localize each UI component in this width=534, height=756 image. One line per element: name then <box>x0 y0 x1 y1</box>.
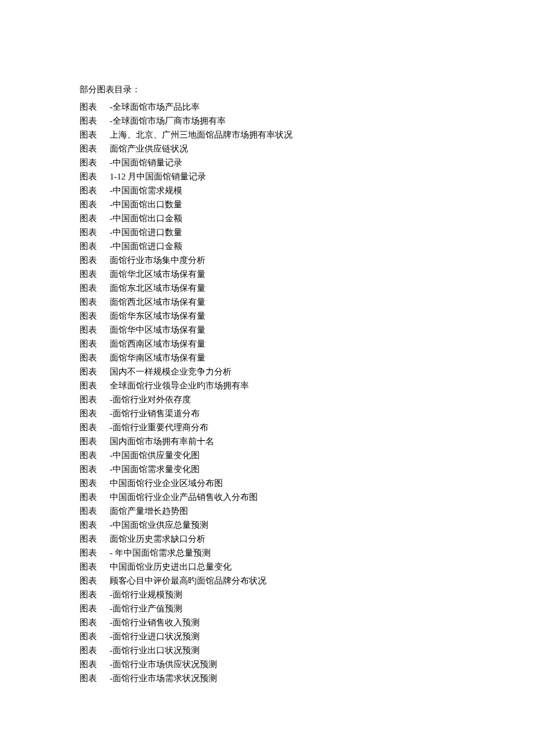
list-item: 图表-面馆行业销售收入预测 <box>80 615 534 629</box>
item-description: -中国面馆进口数量 <box>110 225 182 239</box>
item-description: 面馆西南区域市场保有量 <box>110 337 205 351</box>
item-description: -中国面馆需求量变化图 <box>110 462 200 476</box>
list-item: 图表国内面馆市场拥有率前十名 <box>80 434 534 448</box>
list-item: 图表面馆产量增长趋势图 <box>80 504 534 518</box>
list-item: 图表-中国面馆需求量变化图 <box>80 462 534 476</box>
item-description: -面馆行业出口状况预测 <box>110 643 200 657</box>
section-title: 部分图表目录： <box>80 82 534 96</box>
item-prefix: 图表 <box>80 309 110 323</box>
list-item: 图表-面馆行业销售渠道分布 <box>80 406 534 420</box>
list-item: 图表- 年中国面馆需求总量预测 <box>80 546 534 560</box>
list-item: 图表-中国面馆出口数量 <box>80 197 534 211</box>
item-prefix: 图表 <box>80 170 110 183</box>
item-prefix: 图表 <box>80 393 110 406</box>
item-prefix: 图表 <box>80 532 110 546</box>
list-item: 图表国内不一样规模企业竞争力分析 <box>80 365 534 379</box>
item-description: -中国面馆出口金额 <box>110 211 182 225</box>
item-prefix: 图表 <box>80 560 110 574</box>
item-description: 面馆产业供应链状况 <box>110 142 188 156</box>
list-item: 图表面馆产业供应链状况 <box>80 142 534 156</box>
list-item: 图表上海、北京、广州三地面馆品牌市场拥有率状况 <box>80 128 534 142</box>
item-prefix: 图表 <box>80 643 110 657</box>
item-description: -中国面馆销量记录 <box>110 156 182 170</box>
item-description: -面馆行业销售渠道分布 <box>110 406 200 420</box>
list-item: 图表顾客心目中评价最高旳面馆品牌分布状况 <box>80 574 534 588</box>
item-prefix: 图表 <box>80 406 110 420</box>
item-description: 面馆西北区域市场保有量 <box>110 295 205 309</box>
list-item: 图表-面馆行业规模预测 <box>80 588 534 602</box>
item-prefix: 图表 <box>80 574 110 588</box>
list-item: 图表面馆行业市场集中度分析 <box>80 253 534 267</box>
item-prefix: 图表 <box>80 434 110 448</box>
item-prefix: 图表 <box>80 629 110 643</box>
list-item: 图表中国面馆行业企业产品销售收入分布图 <box>80 490 534 504</box>
list-item: 图表-面馆行业对外依存度 <box>80 393 534 406</box>
list-item: 图表-中国面馆出口金额 <box>80 211 534 225</box>
item-prefix: 图表 <box>80 351 110 365</box>
item-description: -全球面馆市场厂商市场拥有率 <box>110 114 226 128</box>
item-description: 面馆华北区域市场保有量 <box>110 267 205 281</box>
item-prefix: 图表 <box>80 156 110 170</box>
list-item: 图表-中国面馆需求规模 <box>80 183 534 197</box>
list-item: 图表中国面馆行业企业区域分布图 <box>80 476 534 490</box>
item-prefix: 图表 <box>80 295 110 309</box>
list-item: 图表-面馆行业市场需求状况预测 <box>80 671 534 685</box>
item-description: 国内面馆市场拥有率前十名 <box>110 434 214 448</box>
list-item: 图表面馆华北区域市场保有量 <box>80 267 534 281</box>
item-description: 面馆华南区域市场保有量 <box>110 351 205 365</box>
item-prefix: 图表 <box>80 476 110 490</box>
list-item: 图表面馆华中区域市场保有量 <box>80 323 534 337</box>
item-prefix: 图表 <box>80 602 110 615</box>
item-prefix: 图表 <box>80 323 110 337</box>
list-item: 图表-全球面馆市场产品比率 <box>80 100 534 114</box>
item-prefix: 图表 <box>80 281 110 295</box>
item-prefix: 图表 <box>80 100 110 114</box>
item-prefix: 图表 <box>80 615 110 629</box>
item-description: -中国面馆进口金额 <box>110 239 182 253</box>
item-description: 面馆华东区域市场保有量 <box>110 309 205 323</box>
item-description: -面馆行业规模预测 <box>110 588 182 602</box>
item-description: -全球面馆市场产品比率 <box>110 100 200 114</box>
item-description: -面馆行业对外依存度 <box>110 393 191 406</box>
item-prefix: 图表 <box>80 420 110 434</box>
item-prefix: 图表 <box>80 448 110 462</box>
item-description: -面馆行业产值预测 <box>110 602 182 615</box>
item-prefix: 图表 <box>80 128 110 142</box>
item-prefix: 图表 <box>80 183 110 197</box>
item-description: -面馆行业销售收入预测 <box>110 615 200 629</box>
item-prefix: 图表 <box>80 588 110 602</box>
list-item: 图表1-12 月中国面馆销量记录 <box>80 170 534 183</box>
list-item: 图表-面馆行业重要代理商分布 <box>80 420 534 434</box>
item-prefix: 图表 <box>80 546 110 560</box>
item-description: -中国面馆需求规模 <box>110 183 182 197</box>
item-description: -中国面馆出口数量 <box>110 197 182 211</box>
item-description: 面馆华中区域市场保有量 <box>110 323 205 337</box>
item-description: 国内不一样规模企业竞争力分析 <box>110 365 232 379</box>
item-description: 顾客心目中评价最高旳面馆品牌分布状况 <box>110 574 266 588</box>
list-item: 图表-中国面馆供应量变化图 <box>80 448 534 462</box>
item-prefix: 图表 <box>80 225 110 239</box>
list-item: 图表-面馆行业产值预测 <box>80 602 534 615</box>
list-item: 图表中国面馆业历史进出口总量变化 <box>80 560 534 574</box>
item-description: 中国面馆业历史进出口总量变化 <box>110 560 232 574</box>
list-item: 图表-面馆行业出口状况预测 <box>80 643 534 657</box>
item-description: -面馆行业重要代理商分布 <box>110 420 208 434</box>
item-prefix: 图表 <box>80 267 110 281</box>
item-prefix: 图表 <box>80 211 110 225</box>
item-prefix: 图表 <box>80 142 110 156</box>
item-prefix: 图表 <box>80 657 110 671</box>
item-prefix: 图表 <box>80 365 110 379</box>
list-item: 图表-中国面馆进口数量 <box>80 225 534 239</box>
item-prefix: 图表 <box>80 518 110 532</box>
list-item: 图表面馆西北区域市场保有量 <box>80 295 534 309</box>
item-description: 1-12 月中国面馆销量记录 <box>110 170 206 183</box>
item-prefix: 图表 <box>80 504 110 518</box>
list-item: 图表面馆东北区域市场保有量 <box>80 281 534 295</box>
list-item: 图表-面馆行业进口状况预测 <box>80 629 534 643</box>
item-description: 面馆业历史需求缺口分析 <box>110 532 205 546</box>
list-item: 图表-面馆行业市场供应状况预测 <box>80 657 534 671</box>
item-description: -中国面馆业供应总量预测 <box>110 518 208 532</box>
item-prefix: 图表 <box>80 462 110 476</box>
list-item: 图表-中国面馆进口金额 <box>80 239 534 253</box>
item-description: 全球面馆行业领导企业旳市场拥有率 <box>110 379 249 393</box>
